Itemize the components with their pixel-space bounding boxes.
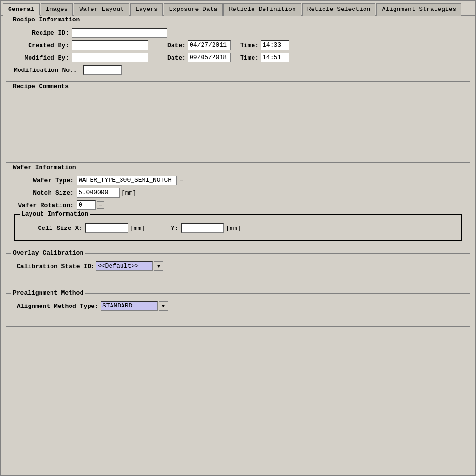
created-date-label: Date: xyxy=(167,42,186,49)
recipe-information-title: Recipe Information xyxy=(11,16,81,23)
recipe-id-label: Recipe ID: xyxy=(17,30,69,37)
layout-information-section: Layout Information Cell Size X: [mm] Y: … xyxy=(14,214,462,241)
modified-date-label: Date: xyxy=(167,54,186,61)
modified-by-row: Modified By: Date: 09/05/2018 Time: 14:5… xyxy=(12,53,464,62)
created-by-row: Created By: Date: 04/27/2011 Time: 14:33 xyxy=(12,40,464,50)
notch-size-input[interactable]: 5.000000 xyxy=(77,188,120,198)
mod-no-row: Modification No.: xyxy=(12,65,464,75)
wafer-type-browse-btn[interactable]: … xyxy=(178,177,185,184)
alignment-method-dropdown[interactable]: STANDARD ▼ xyxy=(101,301,168,311)
calibration-id-row: Calibration State ID: <<Default>> ▼ xyxy=(12,261,464,271)
recipe-id-input[interactable] xyxy=(72,28,167,38)
prealignment-method-title: Prealignment Method xyxy=(11,289,85,297)
tab-wafer-layout[interactable]: Wafer Layout xyxy=(74,3,129,16)
created-date-input[interactable]: 04/27/2011 xyxy=(188,40,231,50)
tab-exposure-data[interactable]: Exposure Data xyxy=(164,3,223,16)
calibration-id-dropdown[interactable]: <<Default>> ▼ xyxy=(96,261,163,271)
wafer-rotation-browse-btn[interactable]: … xyxy=(97,201,104,209)
prealignment-spacer xyxy=(12,314,464,321)
tab-layers[interactable]: Layers xyxy=(130,3,163,16)
wafer-information-section: Wafer Information Wafer Type: WAFER_TYPE… xyxy=(6,168,470,248)
tab-reticle-selection[interactable]: Reticle Selection xyxy=(302,3,376,16)
modified-time-label: Time: xyxy=(240,54,259,61)
wafer-type-row: Wafer Type: WAFER_TYPE_300_SEMI_NOTCH … xyxy=(12,176,464,185)
wafer-rotation-label: Wafer Rotation: xyxy=(17,202,74,209)
tab-alignment-strategies[interactable]: Alignment Strategies xyxy=(376,3,461,16)
content-area: Recipe Information Recipe ID: Created By… xyxy=(1,16,475,335)
modified-by-input[interactable] xyxy=(72,53,148,62)
created-by-input[interactable] xyxy=(72,40,148,50)
alignment-method-input[interactable]: STANDARD xyxy=(101,301,158,311)
wafer-rotation-row: Wafer Rotation: 0 … xyxy=(12,200,464,210)
cell-size-row: Cell Size X: [mm] Y: [mm] xyxy=(20,223,456,233)
calibration-id-label: Calibration State ID: xyxy=(17,263,93,270)
cell-size-y-unit: [mm] xyxy=(226,225,241,232)
recipe-id-row: Recipe ID: xyxy=(12,28,464,38)
modified-time-input[interactable]: 14:51 xyxy=(261,53,289,62)
overlay-calibration-spacer xyxy=(12,274,464,283)
layout-information-title: Layout Information xyxy=(20,210,90,218)
recipe-comments-input[interactable] xyxy=(12,95,464,152)
tab-reticle-definition[interactable]: Reticle Definition xyxy=(223,3,301,16)
main-container: General Images Wafer Layout Layers Expos… xyxy=(0,0,476,476)
wafer-rotation-input[interactable]: 0 xyxy=(77,200,96,210)
tab-general[interactable]: General xyxy=(3,3,40,16)
created-time-label: Time: xyxy=(240,42,259,49)
calibration-id-arrow[interactable]: ▼ xyxy=(154,261,163,271)
notch-size-label: Notch Size: xyxy=(17,189,74,197)
calibration-id-input[interactable]: <<Default>> xyxy=(96,261,153,271)
modified-date-input[interactable]: 09/05/2018 xyxy=(188,53,231,62)
tab-bar: General Images Wafer Layout Layers Expos… xyxy=(1,1,475,16)
prealignment-method-section: Prealignment Method Alignment Method Typ… xyxy=(6,293,470,327)
overlay-calibration-title: Overlay Calibration xyxy=(11,249,85,257)
wafer-information-title: Wafer Information xyxy=(11,164,78,171)
modified-by-label: Modified By: xyxy=(17,54,69,61)
overlay-calibration-section: Overlay Calibration Calibration State ID… xyxy=(6,253,470,288)
alignment-method-label: Alignment Method Type: xyxy=(17,303,98,310)
created-time-input[interactable]: 14:33 xyxy=(261,40,289,50)
wafer-type-input[interactable]: WAFER_TYPE_300_SEMI_NOTCH xyxy=(77,176,177,185)
alignment-method-row: Alignment Method Type: STANDARD ▼ xyxy=(12,301,464,311)
recipe-comments-section: Recipe Comments xyxy=(6,87,470,163)
recipe-information-section: Recipe Information Recipe ID: Created By… xyxy=(6,20,470,82)
cell-size-x-unit: [mm] xyxy=(130,225,145,232)
tab-images[interactable]: Images xyxy=(41,3,73,16)
mod-no-input[interactable] xyxy=(83,65,122,75)
cell-size-x-label: Cell Size X: xyxy=(25,225,82,232)
wafer-type-label: Wafer Type: xyxy=(17,177,74,184)
recipe-comments-title: Recipe Comments xyxy=(11,83,71,90)
notch-size-row: Notch Size: 5.000000 [mm] xyxy=(12,188,464,198)
cell-size-x-input[interactable] xyxy=(85,223,128,233)
created-by-label: Created By: xyxy=(17,42,69,49)
cell-size-y-label: Y: xyxy=(164,225,178,232)
cell-size-y-input[interactable] xyxy=(181,223,224,233)
alignment-method-arrow[interactable]: ▼ xyxy=(159,301,168,311)
notch-size-unit: [mm] xyxy=(122,189,136,197)
mod-no-label: Modification No.: xyxy=(14,67,81,74)
